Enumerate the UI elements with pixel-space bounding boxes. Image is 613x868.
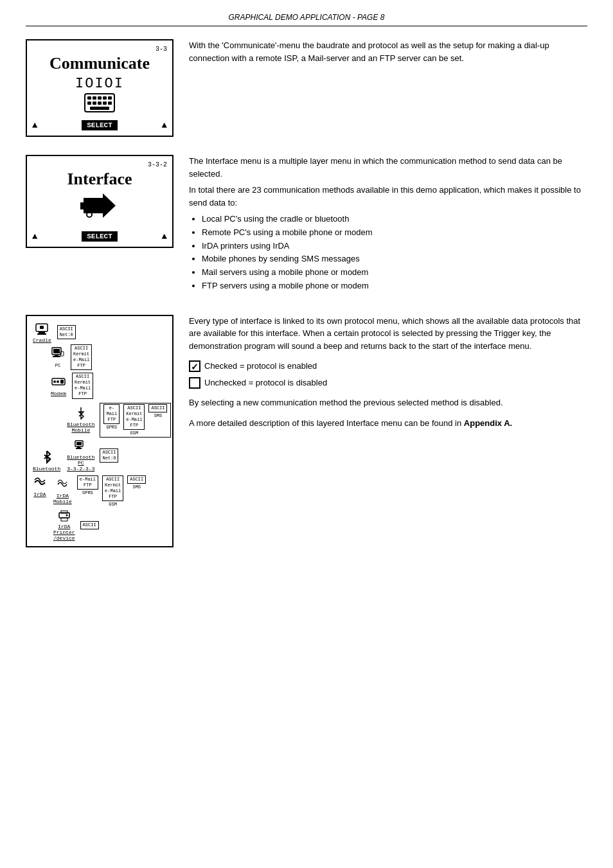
svg-rect-17 [37,333,46,335]
interface-bullets: Local PC's using the cradle or bluetooth… [202,213,587,293]
communicate-label: 3-3 [32,46,167,53]
bullet-4: Mobile phones by sending SMS messages [202,252,587,266]
svg-rect-13 [80,202,85,209]
interface-desc2: In total there are 23 communication meth… [189,184,587,209]
keyboard-icon [32,93,167,116]
pc-icon [51,346,65,362]
cradle-icon [35,321,49,337]
diag-modem-row: Modem ASCIIKermite-MailFTP [49,373,168,398]
irda-left-icon [33,475,47,492]
diag-bluetooth-left-node: Bluetooth [33,403,60,472]
svg-rect-31 [76,448,82,449]
diagram-desc1: Every type of interface is linked to its… [189,315,587,353]
diagram-desc2: By selecting a new communication method … [189,396,587,409]
interface-right-arrow: ▲ [162,231,167,242]
interface-label: 3-3-2 [32,161,167,168]
diagram-desc3: A more detailed description of this laye… [189,417,587,430]
svg-rect-11 [90,107,109,110]
interface-footer: ▲ SELECT ▲ [32,231,167,242]
pc-ascii-box: ASCIIKermite-MailFTP [71,344,92,370]
svg-rect-20 [53,349,60,353]
svg-rect-18 [40,326,44,329]
svg-marker-12 [84,193,116,218]
irda-gprs-label: GPRS [76,490,100,495]
diag-irda-left-node: IrDA [33,475,47,541]
irda-sms-label: SMS [126,484,147,490]
gprs-label: GPRS [102,425,121,430]
diag-irda-mobile-row: IrDAMobile e-MailFTP GPRS ASCIIKermite-M… [51,475,147,507]
irda-mobile-sub: e-MailFTP GPRS ASCIIKermite-MailFTP GSM … [76,475,147,507]
cradle-ascii-box: ASCIINet:0 [57,325,76,339]
bullet-3: IrDA printers using IrDA [202,240,587,253]
svg-rect-7 [93,102,96,105]
bt-mobile-icon [75,407,87,421]
modem-label: Modem [51,391,66,396]
irda-mobile-label: IrDAMobile [53,493,72,504]
unchecked-icon [189,377,200,389]
unchecked-label: Unchecked = protocol is disabled [204,376,327,389]
irda-gsm-label: GSM [101,502,125,507]
svg-point-25 [53,380,56,383]
gsm-label: GSM [122,430,146,436]
interface-desc1: The Interface menu is a multiple layer m… [189,155,587,180]
irda-printer-label: IrDAPrinter/device [53,524,75,541]
diag-cradle-row: Cradle ASCIINet:0 [31,321,168,343]
irda-gprs-col: e-MailFTP GPRS [76,475,100,507]
svg-rect-30 [77,447,80,448]
right-arrow-icon: ▲ [162,120,167,130]
irda-gsm-col: ASCIIKermite-MailFTP GSM [101,475,125,507]
interface-section: 3-3-2 Interface ▲ SELECT ▲ The Interface… [26,155,587,297]
bt-mobile-gprs-box: e-MailFTP GPRS ASCIIKermite-MailFTP GSM … [100,403,171,438]
communicate-desc-text: With the 'Communicate'-menu the baudrate… [189,40,549,63]
bt-pc-ascii-box: ASCIINet:0 [100,448,118,463]
communicate-select-btn[interactable]: SELECT [82,120,118,130]
interface-diagram-box: Cradle ASCIINet:0 PC [26,315,173,548]
communicate-description: With the 'Communicate'-menu the baudrate… [189,39,587,64]
diagram-description: Every type of interface is linked to its… [189,315,587,430]
bt-mobile-label: BluetoothMobile [67,421,94,433]
svg-rect-8 [98,102,102,105]
bt-pc-label: BluetoothPC3-3-2-3-3 [67,454,94,472]
svg-rect-3 [98,96,102,100]
bullet-6: FTP servers using a mobile phone or mode… [202,279,587,293]
bt-gsm-col: ASCIIKermite-MailFTP GSM [122,404,146,436]
irda-mobile-icon [56,478,69,493]
diag-pc-node: PC [51,346,65,368]
bullet-5: Mail servers using a mobile phone or mod… [202,266,587,279]
diag-bt-pc-row: BluetoothPC3-3-2-3-3 ASCIINet:0 [65,439,172,472]
modem-ascii-box: ASCIIKermite-MailFTP [72,373,93,398]
interface-device-box: 3-3-2 Interface ▲ SELECT ▲ [26,155,173,248]
svg-point-35 [66,515,67,517]
interface-title: Interface [32,170,167,189]
svg-rect-1 [87,96,91,100]
sms-box1: ASCII [148,404,167,412]
diag-irda-printer-node: IrDAPrinter/device [53,509,75,541]
svg-rect-4 [103,96,107,100]
communicate-title: Communicate [32,54,167,73]
diag-pc-row: PC ASCIIKermite-MailFTP [49,344,168,370]
gsm-box: ASCIIKermite-MailFTP [123,404,145,430]
svg-rect-2 [93,96,96,100]
appendix-desc-text: A more detailed description of this laye… [189,418,464,428]
communicate-ioio: IOIOI [32,76,167,92]
interface-description: The Interface menu is a multiple layer m… [189,155,587,297]
irda-printer-ascii-box: ASCII [80,521,99,529]
bt-gprs-col: e-MailFTP GPRS [102,404,121,436]
diag-irda-printer-row: IrDAPrinter/device ASCII [51,509,147,541]
irda-printer-icon [58,509,71,524]
communicate-device-box: 3-3 Communicate IOIOI ▲ SELECT ▲ [26,39,173,137]
interface-left-arrow: ▲ [32,231,37,242]
page-header: GRAPHICAL DEMO APPLICATION - PAGE 8 [26,13,587,26]
irda-left-label: IrDA [33,492,46,497]
diag-bt-pc-node: BluetoothPC3-3-2-3-3 [67,439,94,472]
svg-rect-9 [103,102,107,105]
checked-icon [189,360,200,372]
svg-rect-6 [87,102,91,105]
cradle-label: Cradle [33,337,51,343]
svg-rect-22 [53,356,60,357]
svg-rect-27 [60,380,64,384]
svg-rect-16 [39,332,45,333]
bullet-1: Local PC's using the cradle or bluetooth [202,213,587,226]
interface-select-btn[interactable]: SELECT [82,231,118,242]
communicate-section: 3-3 Communicate IOIOI ▲ SELECT ▲ [26,39,587,137]
